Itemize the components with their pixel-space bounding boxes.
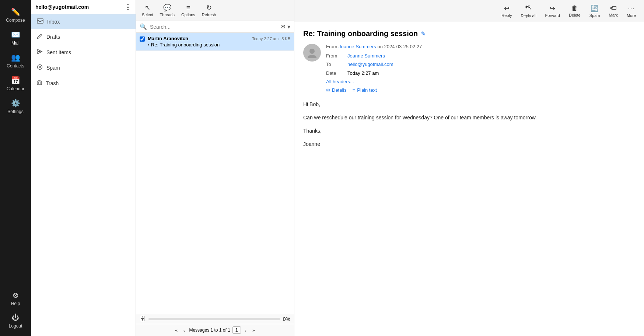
email-body-line-2: Can we reschedule our training session f… (303, 113, 635, 122)
meta-from-line: From Joanne Summers on 2024-03-25 02:27 (326, 44, 635, 49)
nav-label-mail: Mail (11, 41, 20, 46)
nav-item-settings[interactable]: ⚙️ Settings (0, 95, 31, 118)
folder-inbox-label: Inbox (47, 19, 60, 25)
message-meta: Today 2:27 am 5 KB (252, 36, 290, 41)
folder-trash[interactable]: Trash (31, 76, 136, 91)
progress-bar-area: 🗄 0% (136, 314, 294, 324)
more-icon: ⋯ (628, 4, 634, 13)
meta-row-date: Date Today 2:27 am (326, 69, 635, 77)
pager-current-page: 1 (232, 326, 241, 334)
message-subject-text: Re: Training onboarding session (151, 42, 220, 48)
to-value: hello@yugotmail.com (347, 60, 393, 69)
edit-icon[interactable]: ✎ (421, 30, 426, 37)
meta-row-to: To hello@yugotmail.com (326, 60, 635, 69)
filter-mail-icon[interactable]: ✉ (280, 23, 285, 30)
search-icon: 🔍 (140, 23, 147, 30)
view-plain-button[interactable]: ≡ Plain text (353, 87, 377, 93)
nav-item-compose[interactable]: ✏️ Compose (0, 4, 31, 27)
refresh-label: Refresh (202, 13, 216, 17)
left-nav: ✏️ Compose ✉️ Mail 👥 Contacts 📅 Calendar… (0, 0, 31, 336)
table-row[interactable]: Martin Aranovitch Today 2:27 am 5 KB ● R… (136, 33, 294, 51)
nav-item-contacts[interactable]: 👥 Contacts (0, 49, 31, 72)
forward-label: Forward (545, 13, 560, 18)
view-details-label: Details (332, 87, 347, 93)
mark-icon: 🏷 (610, 4, 617, 12)
nav-item-logout[interactable]: ⏻ Logout (0, 310, 31, 332)
email-detail: ↩ Reply Reply all ↪ Forward 🗑 Delete 🔄 S… (294, 0, 644, 336)
folder-drafts-label: Drafts (46, 34, 60, 40)
to-email-link[interactable]: hello@yugotmail.com (347, 62, 393, 67)
folder-panel: hello@yugotmail.com ⋮ Inbox Drafts Sent … (31, 0, 136, 336)
nav-item-mail[interactable]: ✉️ Mail (0, 27, 31, 49)
spam-button[interactable]: 🔄 Spam (586, 3, 604, 19)
email-meta-header: From Joanne Summers on 2024-03-25 02:27 … (303, 44, 635, 93)
folder-spam[interactable]: Spam (31, 60, 136, 76)
search-input[interactable] (150, 24, 277, 30)
options-button[interactable]: ≡ Options (178, 3, 198, 18)
delete-button[interactable]: 🗑 Delete (565, 3, 584, 19)
folder-inbox[interactable]: Inbox (31, 14, 136, 29)
folder-drafts[interactable]: Drafts (31, 29, 136, 45)
threads-icon: 💬 (163, 4, 171, 12)
delete-label: Delete (569, 13, 581, 17)
spam-action-icon: 🔄 (591, 4, 599, 13)
message-checkbox[interactable] (140, 36, 145, 42)
delete-icon: 🗑 (571, 4, 578, 12)
more-button[interactable]: ⋯ More (623, 3, 640, 19)
reply-label: Reply (501, 13, 512, 18)
mark-button[interactable]: 🏷 Mark (605, 3, 621, 19)
email-body-line-1: Hi Bob, (303, 100, 635, 109)
pager-info: Messages 1 to 1 of 1 (189, 328, 230, 333)
pager-next-button[interactable]: › (243, 327, 248, 334)
forward-icon: ↪ (550, 4, 555, 13)
dropdown-icon[interactable]: ▾ (287, 23, 290, 30)
from-email-link[interactable]: Joanne Summers (347, 53, 385, 59)
meta-from-sender-link[interactable]: Joanne Summers (339, 44, 376, 49)
threads-label: Threads (160, 13, 175, 17)
email-body: Hi Bob, Can we reschedule our training s… (303, 100, 635, 148)
folder-menu-icon[interactable]: ⋮ (125, 3, 131, 11)
pager-last-button[interactable]: » (251, 327, 257, 334)
options-label: Options (181, 13, 195, 17)
reply-all-label: Reply all (521, 14, 536, 18)
reply-button[interactable]: ↩ Reply (498, 3, 515, 19)
reply-all-button[interactable]: Reply all (517, 2, 540, 20)
select-label: Select (142, 13, 153, 17)
threads-button[interactable]: 💬 Threads (157, 2, 178, 18)
svg-rect-0 (37, 19, 43, 23)
email-subject-line: Re: Training onboarding session ✎ (303, 29, 635, 38)
reply-icon: ↩ (504, 4, 510, 13)
nav-label-compose: Compose (6, 18, 25, 23)
email-body-line-4: Joanne (303, 140, 635, 149)
email-body-line-3: Thanks, (303, 127, 635, 136)
nav-item-calendar[interactable]: 📅 Calendar (0, 72, 31, 95)
pager-prev-button[interactable]: ‹ (182, 327, 187, 334)
message-content: Martin Aranovitch Today 2:27 am 5 KB ● R… (148, 36, 290, 48)
nav-label-settings: Settings (7, 109, 23, 114)
refresh-button[interactable]: ↻ Refresh (199, 2, 219, 18)
folder-sent[interactable]: Sent Items (31, 45, 136, 60)
help-icon: ⊗ (13, 291, 19, 300)
all-headers-link[interactable]: All headers... (326, 79, 354, 84)
calendar-icon: 📅 (11, 76, 20, 85)
meta-table: From Joanne Summers To hello@yugotmail.c… (326, 52, 635, 77)
select-button[interactable]: ↖ Select (139, 2, 156, 18)
options-icon: ≡ (186, 4, 190, 12)
storage-icon: 🗄 (140, 316, 146, 322)
nav-item-help[interactable]: ⊗ Help (0, 287, 31, 310)
email-subject: Re: Training onboarding session (303, 29, 418, 38)
sent-icon (37, 49, 43, 56)
folder-header: hello@yugotmail.com ⋮ (31, 0, 136, 14)
nav-label-logout: Logout (9, 323, 22, 329)
view-details-button[interactable]: ✉ Details (326, 87, 347, 93)
from-label: From (326, 52, 344, 60)
forward-button[interactable]: ↪ Forward (542, 3, 564, 19)
meta-info: From Joanne Summers on 2024-03-25 02:27 … (326, 44, 635, 93)
date-value: Today 2:27 am (347, 69, 379, 77)
spam-label: Spam (589, 13, 600, 18)
pager-first-button[interactable]: « (173, 327, 179, 334)
plain-text-icon: ≡ (353, 87, 356, 93)
select-icon: ↖ (145, 4, 150, 12)
folder-trash-label: Trash (46, 80, 59, 86)
mail-icon: ✉️ (11, 30, 20, 39)
